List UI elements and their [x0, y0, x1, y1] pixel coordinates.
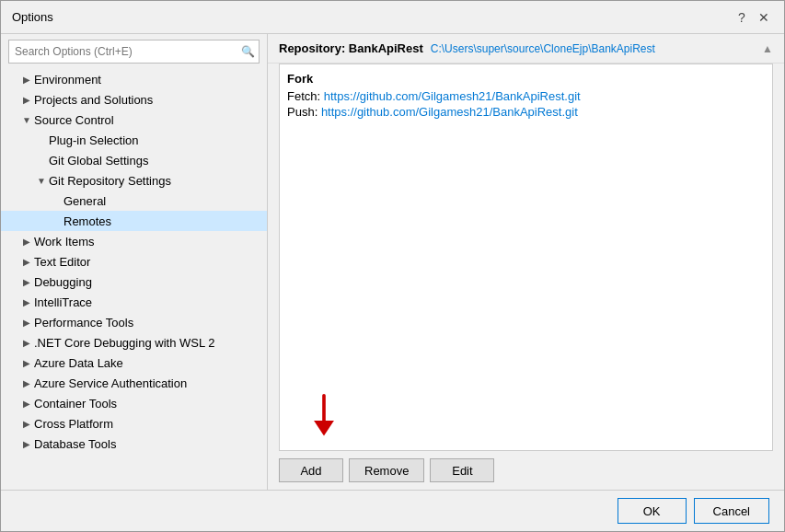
arrow-indicator	[306, 394, 342, 443]
ok-button[interactable]: OK	[618, 498, 687, 524]
expander-database-tools: ▶	[19, 439, 34, 449]
options-dialog: Options ? ✕ 🔍 ▶ Environment ▶ Projects a…	[0, 0, 785, 532]
tree-label-plugin-selection: Plug-in Selection	[49, 133, 263, 147]
expander-net-core: ▶	[19, 338, 34, 348]
push-label: Push:	[287, 105, 317, 119]
help-button[interactable]: ?	[733, 8, 751, 27]
title-bar-controls: ? ✕	[733, 8, 773, 27]
title-bar: Options ? ✕	[1, 1, 784, 34]
remote-push-line: Push: https://github.com/Gilgamesh21/Ban…	[287, 105, 765, 119]
add-button[interactable]: Add	[279, 458, 343, 482]
tree-label-remotes: Remotes	[63, 214, 263, 228]
tree-item-performance-tools[interactable]: ▶ Performance Tools	[1, 312, 267, 332]
tree-label-cross-platform: Cross Platform	[34, 417, 263, 431]
tree-label-intellitrace: IntelliTrace	[34, 295, 263, 309]
tree-item-git-global-settings[interactable]: Git Global Settings	[1, 150, 267, 170]
tree-label-container-tools: Container Tools	[34, 397, 263, 411]
left-panel: 🔍 ▶ Environment ▶ Projects and Solutions…	[1, 34, 268, 490]
tree-label-projects-solutions: Projects and Solutions	[34, 93, 263, 107]
repository-label: Repository: BankApiRest	[279, 41, 423, 55]
expander-perf-tools: ▶	[19, 318, 34, 328]
expander-work-items: ▶	[19, 237, 34, 247]
tree-item-container-tools[interactable]: ▶ Container Tools	[1, 393, 267, 413]
search-icon[interactable]: 🔍	[237, 40, 259, 63]
tree-label-performance-tools: Performance Tools	[34, 316, 263, 330]
tree-item-git-repo-settings[interactable]: ▼ Git Repository Settings	[1, 170, 267, 191]
fetch-label: Fetch:	[287, 89, 320, 103]
expander-text-editor: ▶	[19, 257, 34, 267]
expander-intellitrace: ▶	[19, 297, 34, 307]
expander-source-control: ▼	[19, 115, 34, 125]
repo-header-left: Repository: BankApiRest C:\Users\super\s…	[279, 41, 655, 55]
tree-item-azure-service-auth[interactable]: ▶ Azure Service Authentication	[1, 373, 267, 393]
search-box[interactable]: 🔍	[8, 40, 260, 64]
push-url[interactable]: https://github.com/Gilgamesh21/BankApiRe…	[321, 105, 578, 119]
remote-entry-fork: Fork Fetch: https://github.com/Gilgamesh…	[287, 72, 765, 119]
expander-debugging: ▶	[19, 277, 34, 287]
tree-item-work-items[interactable]: ▶ Work Items	[1, 231, 267, 251]
remotes-content-area: Fork Fetch: https://github.com/Gilgamesh…	[279, 64, 773, 451]
tree-label-text-editor: Text Editor	[34, 255, 263, 269]
tree-item-azure-data-lake[interactable]: ▶ Azure Data Lake	[1, 353, 267, 373]
tree-item-net-core-debugging[interactable]: ▶ .NET Core Debugging with WSL 2	[1, 332, 267, 353]
repo-header: Repository: BankApiRest C:\Users\super\s…	[268, 34, 784, 64]
scroll-up-arrow[interactable]: ▲	[762, 42, 773, 55]
tree-label-work-items: Work Items	[34, 235, 263, 249]
tree-label-net-core-debugging: .NET Core Debugging with WSL 2	[34, 336, 263, 350]
tree-label-general: General	[63, 194, 263, 208]
tree-container[interactable]: ▶ Environment ▶ Projects and Solutions ▼…	[1, 69, 267, 490]
expander-projects-solutions: ▶	[19, 95, 34, 105]
tree-label-source-control: Source Control	[34, 113, 263, 127]
tree-label-azure-service-auth: Azure Service Authentication	[34, 376, 263, 390]
tree-item-debugging[interactable]: ▶ Debugging	[1, 272, 267, 292]
tree-item-environment[interactable]: ▶ Environment	[1, 69, 267, 89]
tree-label-git-repo-settings: Git Repository Settings	[49, 174, 263, 188]
action-bar: Add Remove Edit	[268, 458, 784, 490]
tree-item-database-tools[interactable]: ▶ Database Tools	[1, 434, 267, 454]
tree-item-plugin-selection[interactable]: Plug-in Selection	[1, 130, 267, 150]
expander-azure-data-lake: ▶	[19, 358, 34, 368]
edit-button[interactable]: Edit	[430, 458, 494, 482]
tree-item-cross-platform[interactable]: ▶ Cross Platform	[1, 413, 267, 434]
fetch-url[interactable]: https://github.com/Gilgamesh21/BankApiRe…	[324, 89, 581, 103]
tree-item-intellitrace[interactable]: ▶ IntelliTrace	[1, 292, 267, 312]
tree-item-source-control[interactable]: ▼ Source Control	[1, 110, 267, 130]
search-input[interactable]	[9, 43, 237, 60]
tree-item-remotes[interactable]: Remotes	[1, 211, 267, 231]
remote-fetch-line: Fetch: https://github.com/Gilgamesh21/Ba…	[287, 89, 765, 103]
dialog-footer: OK Cancel	[1, 490, 784, 531]
repository-path: C:\Users\super\source\CloneEjp\BankApiRe…	[431, 42, 655, 55]
tree-item-general[interactable]: General	[1, 191, 267, 211]
right-panel: Repository: BankApiRest C:\Users\super\s…	[268, 34, 784, 490]
tree-item-projects-solutions[interactable]: ▶ Projects and Solutions	[1, 89, 267, 110]
dialog-title: Options	[12, 10, 53, 24]
tree-label-git-global-settings: Git Global Settings	[49, 154, 263, 168]
down-arrow-icon	[306, 394, 342, 440]
tree-label-database-tools: Database Tools	[34, 437, 263, 451]
expander-cross-platform: ▶	[19, 419, 34, 429]
remove-button[interactable]: Remove	[349, 458, 424, 482]
expander-git-repo: ▼	[34, 176, 49, 186]
expander-container-tools: ▶	[19, 399, 34, 409]
dialog-body: 🔍 ▶ Environment ▶ Projects and Solutions…	[1, 34, 784, 490]
tree-item-text-editor[interactable]: ▶ Text Editor	[1, 251, 267, 272]
close-button[interactable]: ✕	[755, 8, 773, 27]
tree-label-debugging: Debugging	[34, 275, 263, 289]
svg-marker-1	[314, 421, 334, 435]
expander-environment: ▶	[19, 75, 34, 85]
expander-azure-service-auth: ▶	[19, 378, 34, 388]
tree-label-azure-data-lake: Azure Data Lake	[34, 356, 263, 370]
remote-name-fork: Fork	[287, 72, 765, 86]
tree-label-environment: Environment	[34, 73, 263, 87]
cancel-button[interactable]: Cancel	[694, 498, 769, 524]
